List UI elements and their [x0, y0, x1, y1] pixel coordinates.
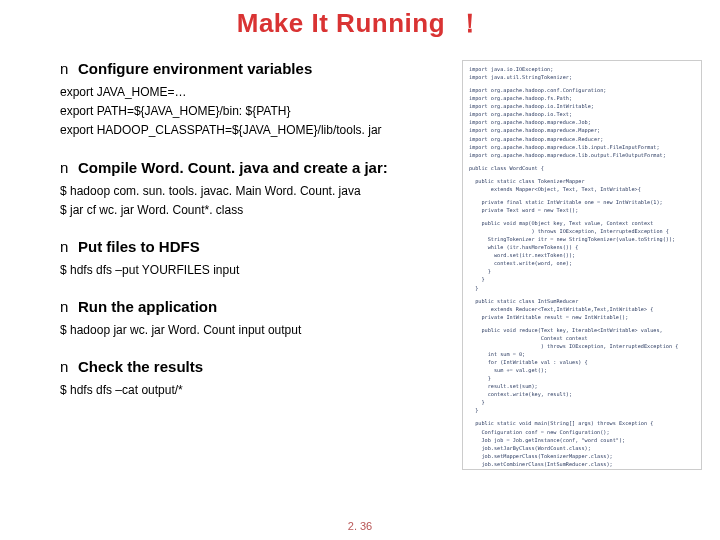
command-line: $ hdfs dfs –put YOURFILES input — [60, 261, 460, 280]
bullet-icon: n — [60, 358, 78, 375]
section-head-text: Run the application — [78, 298, 217, 315]
code-preview: import java.io.IOException;import java.u… — [462, 60, 702, 470]
content-column: n Configure environment variables export… — [60, 60, 460, 401]
section-compile: n Compile Word. Count. java and create a… — [60, 159, 460, 220]
section-check-results: n Check the results $ hdfs dfs –cat outp… — [60, 358, 460, 400]
section-head-text: Check the results — [78, 358, 203, 375]
section-head: n Run the application — [60, 298, 460, 315]
section-configure: n Configure environment variables export… — [60, 60, 460, 141]
section-run-app: n Run the application $ hadoop jar wc. j… — [60, 298, 460, 340]
slide: Make It Running ！ n Configure environmen… — [0, 0, 720, 540]
section-head: n Configure environment variables — [60, 60, 460, 77]
command-line: export HADOOP_CLASSPATH=${JAVA_HOME}/lib… — [60, 121, 460, 140]
command-line: $ hadoop jar wc. jar Word. Count input o… — [60, 321, 460, 340]
title-bang: ！ — [457, 9, 484, 38]
section-head-text: Compile Word. Count. java and create a j… — [78, 159, 388, 176]
command-line: export PATH=${JAVA_HOME}/bin: ${PATH} — [60, 102, 460, 121]
section-head: n Put files to HDFS — [60, 238, 460, 255]
bullet-icon: n — [60, 238, 78, 255]
command-line: $ jar cf wc. jar Word. Count*. class — [60, 201, 460, 220]
bullet-icon: n — [60, 159, 78, 176]
section-head-text: Put files to HDFS — [78, 238, 200, 255]
title-text: Make It Running — [237, 8, 445, 38]
section-head: n Compile Word. Count. java and create a… — [60, 159, 460, 176]
command-line: export JAVA_HOME=… — [60, 83, 460, 102]
section-head-text: Configure environment variables — [78, 60, 312, 77]
slide-number: 2. 36 — [0, 520, 720, 532]
slide-title: Make It Running ！ — [0, 6, 720, 41]
command-line: $ hdfs dfs –cat output/* — [60, 381, 460, 400]
bullet-icon: n — [60, 60, 78, 77]
section-put-files: n Put files to HDFS $ hdfs dfs –put YOUR… — [60, 238, 460, 280]
command-line: $ hadoop com. sun. tools. javac. Main Wo… — [60, 182, 460, 201]
section-head: n Check the results — [60, 358, 460, 375]
bullet-icon: n — [60, 298, 78, 315]
